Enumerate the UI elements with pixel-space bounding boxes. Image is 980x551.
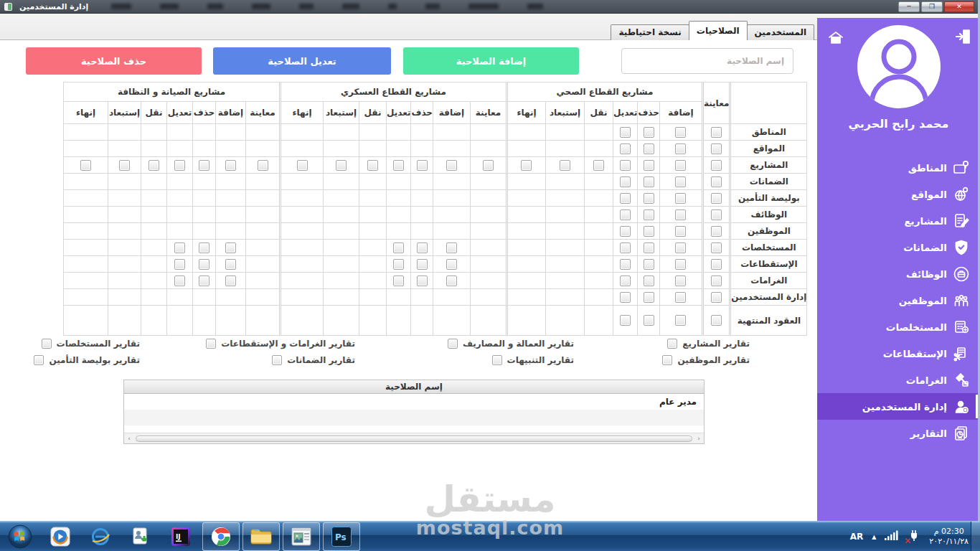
close-button[interactable]: ✕ <box>944 1 974 12</box>
sidebar-item[interactable]: التقارير <box>817 420 980 446</box>
permission-checkbox[interactable] <box>644 193 654 204</box>
permission-checkbox[interactable] <box>417 259 428 270</box>
disconnected-plug-icon[interactable]: ✕ <box>908 529 920 545</box>
report-checkbox[interactable] <box>34 355 44 365</box>
permission-checkbox[interactable] <box>393 160 404 171</box>
permission-checkbox[interactable] <box>675 143 686 154</box>
permission-checkbox[interactable] <box>711 315 722 326</box>
media-player-taskbar-icon[interactable] <box>42 522 79 551</box>
permission-checkbox[interactable] <box>620 127 631 138</box>
image-viewer-taskbar-icon[interactable] <box>283 522 320 551</box>
permission-checkbox[interactable] <box>297 160 308 171</box>
report-checkbox[interactable] <box>667 339 677 349</box>
permission-checkbox[interactable] <box>675 315 686 326</box>
report-checkbox[interactable] <box>42 339 52 349</box>
permission-checkbox[interactable] <box>593 160 604 171</box>
permission-name-input[interactable] <box>621 48 793 74</box>
sidebar-item[interactable]: المناطق <box>817 154 980 181</box>
permission-checkbox[interactable] <box>258 160 268 171</box>
sidebar-item[interactable]: المستخلصات <box>817 314 980 340</box>
permission-checkbox[interactable] <box>521 160 532 171</box>
permission-checkbox[interactable] <box>417 160 428 171</box>
permission-checkbox[interactable] <box>675 292 686 303</box>
sidebar-item[interactable]: المواقع <box>817 181 980 207</box>
horizontal-scrollbar[interactable]: ‹ › <box>124 433 704 443</box>
report-checkbox[interactable] <box>272 355 282 365</box>
sidebar-item[interactable]: الضمانات <box>817 234 980 260</box>
permission-checkbox[interactable] <box>711 176 722 187</box>
tab-2[interactable]: المستخدمين <box>747 24 814 40</box>
show-desktop-button[interactable] <box>971 522 980 551</box>
permission-checkbox[interactable] <box>644 259 654 270</box>
permission-checkbox[interactable] <box>174 259 185 270</box>
permission-checkbox[interactable] <box>393 242 404 253</box>
permission-checkbox[interactable] <box>711 276 722 286</box>
clock[interactable]: 02:30 م ٢٠٢٠/١١/٢٨ <box>929 527 969 547</box>
file-explorer-taskbar-icon[interactable] <box>242 522 280 551</box>
tab-0[interactable]: نسخة احتياطية <box>611 24 689 40</box>
list-item[interactable] <box>124 425 704 433</box>
restore-button[interactable]: ❐ <box>921 1 943 12</box>
permission-checkbox[interactable] <box>711 127 722 138</box>
permission-checkbox[interactable] <box>560 160 570 171</box>
list-item[interactable] <box>124 410 704 425</box>
permission-checkbox[interactable] <box>620 292 631 303</box>
permission-checkbox[interactable] <box>336 160 347 171</box>
permission-checkbox[interactable] <box>675 127 686 138</box>
report-checkbox[interactable] <box>206 339 216 349</box>
add-permission-button[interactable]: إضافة الصلاحية <box>403 47 579 75</box>
permission-checkbox[interactable] <box>80 160 91 171</box>
sidebar-item[interactable]: الموظفين <box>817 287 980 314</box>
permission-checkbox[interactable] <box>644 315 654 326</box>
permission-checkbox[interactable] <box>417 276 428 286</box>
permission-checkbox[interactable] <box>393 276 404 286</box>
edit-permission-button[interactable]: تعديل الصلاحية <box>213 47 391 75</box>
sidebar-item[interactable]: الوظائف <box>817 260 980 287</box>
permission-checkbox[interactable] <box>620 276 631 286</box>
network-signal-icon[interactable] <box>885 529 899 544</box>
permission-checkbox[interactable] <box>711 160 722 171</box>
sidebar-item[interactable]: المشاريع <box>817 207 980 234</box>
permission-checkbox[interactable] <box>620 242 631 253</box>
minimize-button[interactable]: ─ <box>898 1 920 12</box>
internet-explorer-taskbar-icon[interactable] <box>82 522 119 551</box>
permission-checkbox[interactable] <box>711 143 722 154</box>
permission-checkbox[interactable] <box>620 209 631 220</box>
permission-checkbox[interactable] <box>675 176 686 187</box>
permission-checkbox[interactable] <box>367 160 378 171</box>
permission-checkbox[interactable] <box>446 160 457 171</box>
home-icon[interactable] <box>827 29 844 50</box>
permission-checkbox[interactable] <box>644 242 654 253</box>
permission-checkbox[interactable] <box>644 209 654 220</box>
permission-checkbox[interactable] <box>174 242 185 253</box>
delete-permission-button[interactable]: حذف الصلاحية <box>26 47 202 75</box>
permission-checkbox[interactable] <box>675 160 686 171</box>
start-button-taskbar-icon[interactable] <box>1 522 39 551</box>
sidebar-item[interactable]: الغرامات <box>817 367 980 393</box>
scroll-thumb[interactable] <box>136 435 692 442</box>
permission-checkbox[interactable] <box>675 259 686 270</box>
permission-checkbox[interactable] <box>174 160 185 171</box>
permission-checkbox[interactable] <box>675 193 686 204</box>
permission-checkbox[interactable] <box>620 193 631 204</box>
permission-checkbox[interactable] <box>711 226 722 237</box>
permission-checkbox[interactable] <box>620 226 631 237</box>
scroll-right-arrow[interactable]: › <box>694 435 704 442</box>
list-item[interactable]: مدير عام <box>124 394 704 410</box>
permission-checkbox[interactable] <box>225 276 236 286</box>
remote-user-taskbar-icon[interactable] <box>122 522 159 551</box>
permission-checkbox[interactable] <box>644 127 654 138</box>
permission-checkbox[interactable] <box>711 242 722 253</box>
permission-checkbox[interactable] <box>711 259 722 270</box>
permission-checkbox[interactable] <box>644 226 654 237</box>
sidebar-item[interactable]: إدارة المستخدمين <box>817 393 980 420</box>
permission-checkbox[interactable] <box>620 315 631 326</box>
permission-checkbox[interactable] <box>644 292 654 303</box>
permissions-list[interactable]: إسم الصلاحية مدير عام ‹ › <box>123 380 705 444</box>
sidebar-item[interactable]: الإستقطاعات <box>817 340 980 367</box>
permission-checkbox[interactable] <box>393 259 404 270</box>
permission-checkbox[interactable] <box>446 259 457 270</box>
permission-checkbox[interactable] <box>446 276 457 286</box>
permission-checkbox[interactable] <box>644 143 654 154</box>
permission-checkbox[interactable] <box>417 242 428 253</box>
